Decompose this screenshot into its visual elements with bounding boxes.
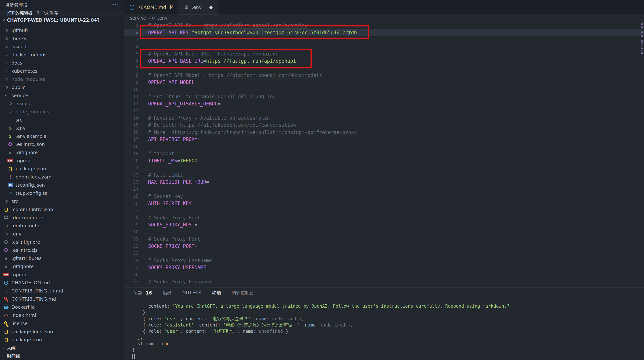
editor-line-20[interactable]: 20TIMEOUT_MS=100000 bbox=[124, 157, 644, 164]
editor-line-1[interactable]: 1# OpenAI API Key - https://platform.ope… bbox=[124, 22, 644, 29]
terminal-token: , name: bbox=[300, 323, 321, 328]
tree-item-.commitlintrc.json[interactable]: .commitlintrc.json bbox=[0, 205, 124, 214]
tree-item-.editorconfig[interactable]: .editorconfig bbox=[0, 222, 124, 230]
tree-item-.eslintignore[interactable]: .eslintignore bbox=[0, 238, 124, 246]
editor-line-3[interactable]: 3 bbox=[124, 36, 644, 43]
tree-item-pnpm-lock.yaml[interactable]: pnpm-lock.yaml bbox=[0, 173, 124, 181]
tree-item-index.html[interactable]: index.html bbox=[0, 311, 124, 319]
editor-line-16[interactable]: 16# More: https://github.com/transitive-… bbox=[124, 129, 644, 136]
unsaved-dot-icon[interactable] bbox=[210, 6, 212, 9]
tree-item-tsconfig.json[interactable]: tsconfig.json bbox=[0, 181, 124, 189]
editor-line-22[interactable]: 22# Rate Limit bbox=[124, 171, 644, 179]
tree-item-tsup.config.ts[interactable]: tsup.config.ts bbox=[0, 189, 124, 197]
sidebar-section-时间线[interactable]: 时间线 bbox=[0, 352, 124, 360]
editor-line-7[interactable]: 7 bbox=[124, 64, 644, 72]
sidebar-section-大纲[interactable]: 大纲 bbox=[0, 344, 124, 352]
editor-line-9[interactable]: 9OPENAI_API_MODEL= bbox=[124, 79, 644, 86]
tree-item-.github[interactable]: .github bbox=[0, 26, 124, 34]
editor-line-37[interactable]: 37# Socks Proxy Password bbox=[124, 278, 644, 286]
editor-line-28[interactable]: 28# Socks Proxy Host bbox=[124, 214, 644, 221]
editor-line-10[interactable]: 10 bbox=[124, 86, 644, 93]
tree-item-docker-compose[interactable]: docker-compose bbox=[0, 51, 124, 59]
editor-line-21[interactable]: 21 bbox=[124, 164, 644, 171]
chevron-right-icon bbox=[2, 355, 5, 358]
tree-item-public[interactable]: public bbox=[0, 83, 124, 91]
editor-line-19[interactable]: 19# timeout bbox=[124, 150, 644, 157]
tree-item-.eslintrc.cjs[interactable]: .eslintrc.cjs bbox=[0, 246, 124, 254]
tree-item-src[interactable]: src bbox=[0, 116, 124, 124]
tree-item-package-lock.json[interactable]: package-lock.json bbox=[0, 328, 124, 336]
tree-item-marker bbox=[3, 297, 9, 301]
open-editors-section[interactable]: 打开的编辑器 1 个未保存 bbox=[0, 10, 124, 16]
tree-item-node_modules[interactable]: node_modules bbox=[0, 75, 124, 83]
tree-item-CONTRIBUTING.md[interactable]: CONTRIBUTING.md bbox=[0, 295, 124, 303]
editor-line-5[interactable]: 5# OpenAI API Base URL - https://api.ope… bbox=[124, 50, 644, 57]
editor-line-29[interactable]: 29SOCKS_PROXY_HOST= bbox=[124, 221, 644, 229]
tree-item-.env.example[interactable]: .env.example bbox=[0, 132, 124, 140]
editor-line-18[interactable]: 18 bbox=[124, 143, 644, 150]
editor-line-2[interactable]: 2OPENAI_API_KEY=fastgpt-y6b3axfbdd5wyp01… bbox=[124, 29, 644, 36]
tree-item-.gitignore[interactable]: .gitignore bbox=[0, 262, 124, 271]
code-editor[interactable]: 1# OpenAI API Key - https://platform.ope… bbox=[124, 22, 644, 287]
clock-icon bbox=[4, 281, 8, 285]
tree-item-Dockerfile[interactable]: Dockerfile bbox=[0, 303, 124, 311]
line-number: 38 bbox=[124, 286, 138, 288]
panel-tab-终端[interactable]: 终端 bbox=[212, 288, 221, 298]
project-section-header[interactable]: CHATGPT-WEB [WSL: UBUNTU-22.04] bbox=[0, 16, 124, 24]
tree-item-package.json[interactable]: package.json bbox=[0, 336, 124, 344]
editor-line-8[interactable]: 8# OpenAI API Model - https://platform.o… bbox=[124, 72, 644, 79]
editor-line-11[interactable]: 11# set `true` to disable OpenAI API deb… bbox=[124, 93, 644, 100]
tree-item-.npmrc[interactable]: .npmrc bbox=[0, 271, 124, 279]
tree-item-package.json[interactable]: package.json bbox=[0, 165, 124, 173]
editor-line-24[interactable]: 24 bbox=[124, 186, 644, 193]
editor-line-25[interactable]: 25# Secret key bbox=[124, 193, 644, 200]
editor-line-31[interactable]: 31# Socks Proxy Port bbox=[124, 236, 644, 243]
breadcrumb-folder[interactable]: service bbox=[130, 15, 146, 21]
editor-line-35[interactable]: 35SOCKS_PROXY_USERNAME= bbox=[124, 264, 644, 271]
panel-tab-问题[interactable]: 问题16 bbox=[133, 288, 152, 298]
editor-line-36[interactable]: 36 bbox=[124, 271, 644, 278]
editor-line-32[interactable]: 32SOCKS_PROXY_PORT= bbox=[124, 243, 644, 250]
tree-item-CHANGELOG.md[interactable]: CHANGELOG.md bbox=[0, 279, 124, 287]
tree-item-.env[interactable]: .env bbox=[0, 230, 124, 238]
editor-line-38[interactable]: 38SOCKS_PROXY_PASSWORD= bbox=[124, 286, 644, 288]
editor-line-30[interactable]: 30 bbox=[124, 229, 644, 236]
panel-tab-GITLENS[interactable]: GITLENS bbox=[182, 288, 201, 298]
panel-tab-输出[interactable]: 输出 bbox=[163, 288, 172, 298]
editor-line-23[interactable]: 23MAX_REQUEST_PER_HOUR= bbox=[124, 179, 644, 186]
tab-readme[interactable]: README.md M bbox=[124, 0, 179, 14]
panel-tab-调试控制台[interactable]: 调试控制台 bbox=[232, 288, 254, 298]
tree-item-node_modules[interactable]: node_modules bbox=[0, 108, 124, 116]
editor-line-17[interactable]: 17API_REVERSE_PROXY= bbox=[124, 136, 644, 143]
tree-item-src[interactable]: src bbox=[0, 197, 124, 205]
editor-line-13[interactable]: 13 bbox=[124, 107, 644, 114]
editor-line-6[interactable]: 6OPENAI_API_BASE_URL=https://fastgpt.run… bbox=[124, 57, 644, 65]
editor-line-4[interactable]: 4 bbox=[124, 43, 644, 50]
editor-line-33[interactable]: 33 bbox=[124, 250, 644, 257]
tree-item-.husky[interactable]: .husky bbox=[0, 34, 124, 42]
editor-line-12[interactable]: 12OPENAI_API_DISABLE_DEBUG= bbox=[124, 100, 644, 107]
editor-line-27[interactable]: 27 bbox=[124, 207, 644, 214]
tree-item-.dockerignore[interactable]: .dockerignore bbox=[0, 214, 124, 222]
tree-item-.gitignore[interactable]: .gitignore bbox=[0, 148, 124, 156]
tree-item-docs[interactable]: docs bbox=[0, 59, 124, 67]
tree-item-.gitattributes[interactable]: .gitattributes bbox=[0, 254, 124, 262]
minimap[interactable] bbox=[641, 22, 644, 287]
editor-line-26[interactable]: 26AUTH_SECRET_KEY= bbox=[124, 200, 644, 207]
tree-item-.vscode[interactable]: .vscode bbox=[0, 42, 124, 51]
tree-item-kubernetes[interactable]: kubernetes bbox=[0, 67, 124, 75]
tree-item-CONTRIBUTING.en.md[interactable]: CONTRIBUTING.en.md bbox=[0, 287, 124, 295]
tree-item-.npmrc[interactable]: .npmrc bbox=[0, 156, 124, 165]
breadcrumb-file[interactable]: .env bbox=[158, 15, 168, 21]
editor-line-15[interactable]: 15# Default: https://ai.fakeopen.com/api… bbox=[124, 122, 644, 129]
tree-item-.env[interactable]: .env bbox=[0, 124, 124, 132]
terminal-output[interactable]: content: "You are ChatGPT, a large langu… bbox=[124, 298, 644, 360]
tree-item-service[interactable]: service bbox=[0, 91, 124, 99]
editor-line-34[interactable]: 34# Socks Proxy Username bbox=[124, 257, 644, 264]
editor-line-14[interactable]: 14# Reverse Proxy - Available on accessT… bbox=[124, 114, 644, 122]
tree-item-license[interactable]: license bbox=[0, 319, 124, 328]
tree-item-.vscode[interactable]: .vscode bbox=[0, 99, 124, 108]
tab-env[interactable]: ⚙ .env bbox=[179, 0, 218, 14]
more-actions-icon[interactable]: ··· bbox=[112, 2, 119, 8]
tree-item-.eslintrc.json[interactable]: .eslintrc.json bbox=[0, 140, 124, 148]
